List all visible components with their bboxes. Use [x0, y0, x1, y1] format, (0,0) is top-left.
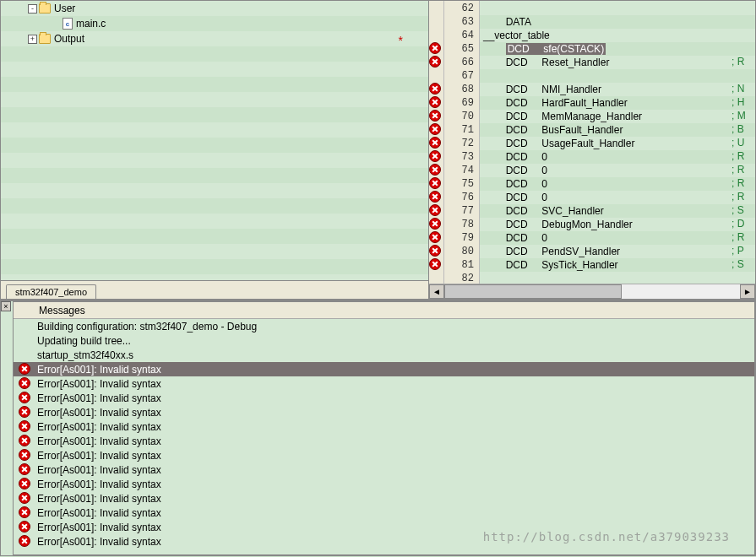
error-icon	[19, 435, 30, 446]
scroll-right-arrow-icon[interactable]: ►	[740, 284, 755, 299]
code-line[interactable]: DCD DebugMon_Handler	[480, 218, 755, 231]
code-line[interactable]: DCD 0	[480, 150, 755, 164]
code-line[interactable]: DCD 0	[480, 177, 755, 191]
line-number: 64	[444, 29, 474, 42]
message-text: startup_stm32f40xx.s	[37, 349, 133, 361]
messages-panel: × Messages Building configuration: stm32…	[0, 300, 756, 556]
message-row[interactable]: Error[As001]: Invalid syntax	[14, 376, 754, 391]
code-line[interactable]	[480, 2, 755, 15]
scroll-thumb[interactable]	[444, 284, 622, 299]
messages-header-label: Messages	[39, 305, 85, 316]
code-line[interactable]	[480, 69, 755, 83]
error-icon[interactable]	[429, 56, 441, 68]
error-icon	[19, 535, 30, 547]
code-line[interactable]: DCD BusFault_Handler	[480, 123, 755, 137]
error-icon[interactable]	[429, 96, 441, 108]
expand-icon[interactable]: +	[28, 35, 37, 44]
code-line[interactable]: DCD MemManage_Handler	[480, 110, 755, 123]
line-number: 65	[444, 42, 474, 56]
error-icon[interactable]	[429, 164, 441, 176]
error-icon[interactable]	[429, 110, 441, 122]
code-comment	[732, 1, 755, 14]
tree-item-label: Output	[54, 33, 84, 45]
error-icon[interactable]	[429, 150, 441, 162]
message-row[interactable]: Error[As001]: Invalid syntax	[14, 405, 754, 419]
message-row[interactable]: Error[As001]: Invalid syntax	[14, 448, 754, 462]
project-tab[interactable]: stm32f407_demo	[6, 284, 96, 299]
message-row[interactable]: Error[As001]: Invalid syntax	[14, 506, 754, 520]
message-row[interactable]: Error[As001]: Invalid syntax	[14, 491, 754, 506]
error-icon	[19, 478, 30, 489]
project-tree[interactable]: -Usercmain.c+Output	[1, 1, 428, 280]
code-comment	[732, 271, 755, 284]
message-text: Error[As001]: Invalid syntax	[37, 536, 161, 548]
code-comment: ; U	[732, 136, 755, 149]
error-icon[interactable]	[429, 83, 441, 95]
horizontal-scrollbar[interactable]: ◄ ►	[429, 284, 755, 299]
message-row[interactable]: Error[As001]: Invalid syntax	[14, 362, 754, 376]
message-row[interactable]: Error[As001]: Invalid syntax	[14, 462, 754, 477]
message-row[interactable]: Building configuration: stm32f407_demo -…	[14, 319, 754, 333]
line-number: 75	[444, 177, 474, 191]
code-line[interactable]: DCD SVC_Handler	[480, 204, 755, 218]
code-line[interactable]: DCD 0	[480, 164, 755, 177]
code-comment: ; R	[732, 163, 755, 176]
code-comment	[732, 68, 755, 82]
code-line[interactable]: DCD sfe(CSTACK)	[480, 42, 755, 56]
error-icon[interactable]	[429, 218, 441, 230]
scroll-left-arrow-icon[interactable]: ◄	[429, 284, 444, 299]
message-text: Error[As001]: Invalid syntax	[37, 479, 161, 490]
close-icon[interactable]: ×	[1, 301, 11, 311]
code-line[interactable]: DCD SysTick_Handler	[480, 258, 755, 272]
line-number: 62	[444, 2, 474, 15]
code-comment: ; S	[732, 257, 755, 271]
message-row[interactable]: Error[As001]: Invalid syntax	[14, 391, 754, 405]
message-row[interactable]: Error[As001]: Invalid syntax	[14, 477, 754, 491]
code-line[interactable]: DCD Reset_Handler	[480, 56, 755, 69]
error-icon[interactable]	[429, 245, 441, 257]
error-icon[interactable]	[429, 258, 441, 270]
tree-item[interactable]: -User	[1, 1, 428, 16]
messages-list[interactable]: Building configuration: stm32f407_demo -…	[14, 319, 754, 549]
message-row[interactable]: Error[As001]: Invalid syntax	[14, 434, 754, 448]
code-comment: ; H	[732, 95, 755, 109]
error-icon[interactable]	[429, 123, 441, 135]
code-area[interactable]: DATA__vector_table DCD sfe(CSTACK) DCD R…	[480, 1, 755, 299]
project-tree-panel: -Usercmain.c+Output * stm32f407_demo	[0, 0, 429, 300]
tree-item[interactable]: cmain.c	[1, 16, 428, 31]
code-line[interactable]: DCD 0	[480, 231, 755, 245]
tree-item[interactable]: +Output	[1, 31, 428, 46]
line-number: 74	[444, 164, 474, 177]
code-line[interactable]: DCD 0	[480, 191, 755, 204]
error-icon[interactable]	[429, 42, 441, 54]
code-comment: ; N	[732, 82, 755, 95]
code-line[interactable]: __vector_table	[480, 29, 755, 42]
code-comment: ; R	[732, 149, 755, 163]
code-line[interactable]: DCD NMI_Handler	[480, 83, 755, 96]
error-icon	[19, 463, 30, 475]
error-icon[interactable]	[429, 177, 441, 189]
message-row[interactable]: Updating build tree...	[14, 333, 754, 348]
line-number: 77	[444, 204, 474, 218]
code-line[interactable]: DCD HardFault_Handler	[480, 96, 755, 110]
watermark-text: http://blog.csdn.net/a379039233	[483, 530, 730, 543]
code-line[interactable]: DCD UsageFault_Handler	[480, 137, 755, 150]
error-icon[interactable]	[429, 137, 441, 149]
message-text: Error[As001]: Invalid syntax	[37, 378, 161, 390]
message-text: Error[As001]: Invalid syntax	[37, 407, 161, 419]
error-icon	[19, 506, 30, 518]
error-icon[interactable]	[429, 204, 441, 216]
line-number: 68	[444, 83, 474, 96]
error-icon	[19, 521, 30, 533]
message-row[interactable]: Error[As001]: Invalid syntax	[14, 419, 754, 434]
scroll-track[interactable]	[444, 284, 740, 299]
error-icon	[19, 377, 30, 389]
code-line[interactable]: DCD PendSV_Handler	[480, 245, 755, 258]
collapse-icon[interactable]: -	[28, 4, 37, 14]
project-tab-strip: stm32f407_demo	[1, 280, 428, 299]
error-icon[interactable]	[429, 231, 441, 243]
messages-header: Messages	[14, 302, 754, 319]
message-row[interactable]: startup_stm32f40xx.s	[14, 348, 754, 362]
code-line[interactable]: DATA	[480, 15, 755, 29]
error-icon[interactable]	[429, 191, 441, 203]
